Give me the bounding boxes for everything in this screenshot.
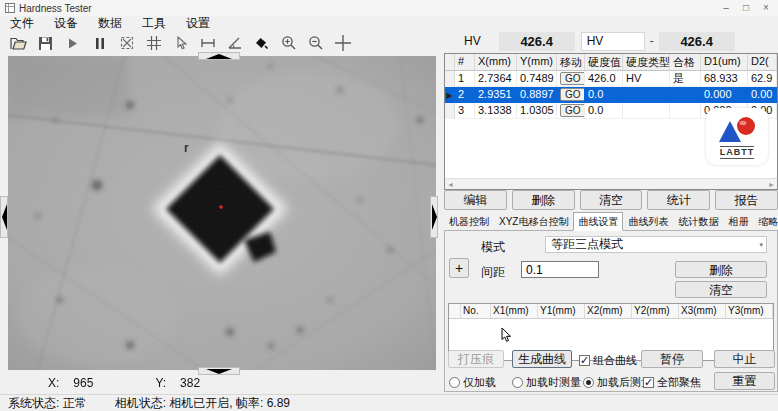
col-y2: Y2(mm) bbox=[632, 304, 679, 318]
spacing-input[interactable] bbox=[521, 261, 599, 278]
col-y: Y(mm) bbox=[517, 54, 557, 70]
table-row[interactable]: 1 2.7364 0.7489 GO 426.0 HV 是 68.933 62.… bbox=[445, 71, 777, 87]
radio-circle[interactable] bbox=[512, 377, 523, 388]
coord-y-value: 382 bbox=[180, 376, 200, 390]
app-icon bbox=[5, 3, 15, 13]
tab-curve-list[interactable]: 曲线列表 bbox=[623, 212, 673, 231]
menu-file[interactable]: 文件 bbox=[10, 15, 34, 32]
horizontal-scrollbar[interactable]: ◄► bbox=[445, 178, 777, 189]
row-selector-arrow: ▶ bbox=[446, 91, 452, 100]
menu-bar: 文件 设备 数据 工具 设置 bbox=[0, 16, 778, 31]
select-cursor-icon[interactable] bbox=[170, 33, 191, 54]
go-button[interactable]: GO bbox=[560, 104, 585, 117]
radio-load-only-label: 仅加载 bbox=[463, 375, 496, 390]
focus-all-label: 全部聚焦 bbox=[657, 375, 701, 390]
radio-load-only[interactable]: 仅加载 bbox=[449, 375, 496, 390]
measure-length-icon[interactable] bbox=[197, 33, 218, 54]
clear-points-button[interactable]: 清空 bbox=[675, 281, 767, 298]
delete-point-button[interactable]: 删除 bbox=[675, 261, 767, 278]
app-window: Hardness Tester – □ × 文件 设备 数据 工具 设置 HV … bbox=[0, 0, 778, 411]
combine-curve-checkbox[interactable]: 组合曲线 bbox=[579, 353, 637, 368]
specimen-image-view[interactable]: r bbox=[8, 56, 436, 370]
system-status: 系统状态: 正常 bbox=[8, 395, 87, 411]
hv-value-left: 426.4 bbox=[499, 32, 575, 51]
col-move: 移动 bbox=[557, 54, 585, 70]
measure-angle-icon[interactable] bbox=[224, 33, 245, 54]
micrograph: r bbox=[8, 56, 436, 370]
focus-all-checkbox[interactable]: 全部聚焦 bbox=[643, 375, 701, 390]
action-button-row: 编辑 删除 清空 统计 报告 bbox=[444, 190, 778, 210]
hv-separator: - bbox=[645, 34, 659, 48]
cursor-coordinates: X: 965 Y: 382 bbox=[48, 376, 200, 390]
radio-circle[interactable] bbox=[449, 377, 460, 388]
zoom-in-icon[interactable] bbox=[278, 33, 299, 54]
col-d1: D1(um) bbox=[701, 54, 748, 70]
splitter-handle-left[interactable] bbox=[0, 196, 8, 238]
grid-icon[interactable] bbox=[143, 33, 164, 54]
report-button[interactable]: 报告 bbox=[715, 190, 778, 210]
splitter-handle-top[interactable] bbox=[198, 52, 240, 60]
menu-tools[interactable]: 工具 bbox=[142, 15, 166, 32]
edit-button[interactable]: 编辑 bbox=[444, 190, 507, 210]
col-x: X(mm) bbox=[475, 54, 517, 70]
splitter-handle-bottom[interactable] bbox=[198, 367, 240, 375]
col-y1: Y1(mm) bbox=[538, 304, 585, 318]
statistics-button[interactable]: 统计 bbox=[647, 190, 710, 210]
splitter-handle-right[interactable] bbox=[430, 196, 438, 238]
hv-label: HV bbox=[464, 34, 481, 48]
col-x2: X2(mm) bbox=[585, 304, 632, 318]
tab-curve-settings[interactable]: 曲线设置 bbox=[573, 212, 623, 231]
menu-data[interactable]: 数据 bbox=[98, 15, 122, 32]
col-hardness: 硬度值 bbox=[585, 54, 623, 70]
window-title: Hardness Tester bbox=[19, 3, 92, 14]
col-x3: X3(mm) bbox=[679, 304, 726, 318]
col-type: 硬度类型 bbox=[623, 54, 670, 70]
minimize-button[interactable]: – bbox=[716, 1, 736, 15]
combine-curve-label: 组合曲线 bbox=[593, 353, 637, 368]
hv-value-right: 426.4 bbox=[659, 32, 735, 51]
tab-thumbnail[interactable]: 缩略图 bbox=[753, 212, 778, 231]
checkbox-box[interactable] bbox=[579, 355, 590, 366]
clear-button[interactable]: 清空 bbox=[580, 190, 643, 210]
tab-machine-control[interactable]: 机器控制 bbox=[444, 212, 494, 231]
go-button[interactable]: GO bbox=[560, 72, 585, 85]
table-row[interactable]: ▶ 2 2.9351 0.8897 GO 0.0 0.000 0.00 bbox=[445, 87, 777, 103]
menu-device[interactable]: 设备 bbox=[54, 15, 78, 32]
mode-select[interactable]: 等距三点模式 ▾ bbox=[545, 236, 767, 253]
tab-xyz-stage-control[interactable]: XYZ电移台控制 bbox=[494, 212, 573, 231]
checkbox-box[interactable] bbox=[643, 377, 654, 388]
col-x1: X1(mm) bbox=[491, 304, 538, 318]
pause-icon[interactable] bbox=[89, 33, 110, 54]
focus-target-icon[interactable] bbox=[116, 33, 137, 54]
tab-album[interactable]: 相册 bbox=[723, 212, 753, 231]
indenter-diamond-icon[interactable] bbox=[251, 33, 272, 54]
reset-button[interactable]: 重置 bbox=[714, 372, 775, 390]
add-point-button[interactable]: + bbox=[449, 258, 469, 278]
col-y3: Y3(mm) bbox=[726, 304, 773, 318]
abort-button[interactable]: 中止 bbox=[714, 350, 775, 368]
pause-button[interactable]: 暂停 bbox=[641, 350, 703, 368]
make-indent-button: 打压痕 bbox=[448, 350, 504, 368]
crosshair-icon[interactable] bbox=[332, 33, 353, 54]
maximize-button[interactable]: □ bbox=[736, 1, 756, 15]
title-bar: Hardness Tester – □ × bbox=[0, 0, 778, 16]
status-bar: 系统状态: 正常 相机状态: 相机已开启, 帧率: 6.89 bbox=[0, 394, 778, 411]
close-button[interactable]: × bbox=[756, 1, 776, 15]
save-icon[interactable] bbox=[35, 33, 56, 54]
radio-circle[interactable] bbox=[583, 377, 594, 388]
delete-button[interactable]: 删除 bbox=[512, 190, 575, 210]
play-icon[interactable] bbox=[62, 33, 83, 54]
col-d2: D2( bbox=[748, 54, 777, 70]
coord-x-value: 965 bbox=[73, 376, 93, 390]
generate-curve-button[interactable]: 生成曲线 bbox=[512, 350, 572, 368]
hv-type-selector[interactable]: HV bbox=[581, 32, 645, 51]
labtt-logo-text: LABTT bbox=[720, 146, 755, 159]
menu-settings[interactable]: 设置 bbox=[186, 15, 210, 32]
radio-measure-during-load[interactable]: 加载时测量 bbox=[512, 375, 581, 390]
tab-bar: 机器控制 XYZ电移台控制 曲线设置 曲线列表 统计数据 相册 缩略图 bbox=[444, 213, 778, 231]
open-file-icon[interactable] bbox=[8, 33, 29, 54]
zoom-out-icon[interactable] bbox=[305, 33, 326, 54]
radio-measure-after-load[interactable]: 加载后测量 bbox=[583, 375, 652, 390]
go-button[interactable]: GO bbox=[560, 88, 585, 101]
tab-statistics-data[interactable]: 统计数据 bbox=[673, 212, 723, 231]
